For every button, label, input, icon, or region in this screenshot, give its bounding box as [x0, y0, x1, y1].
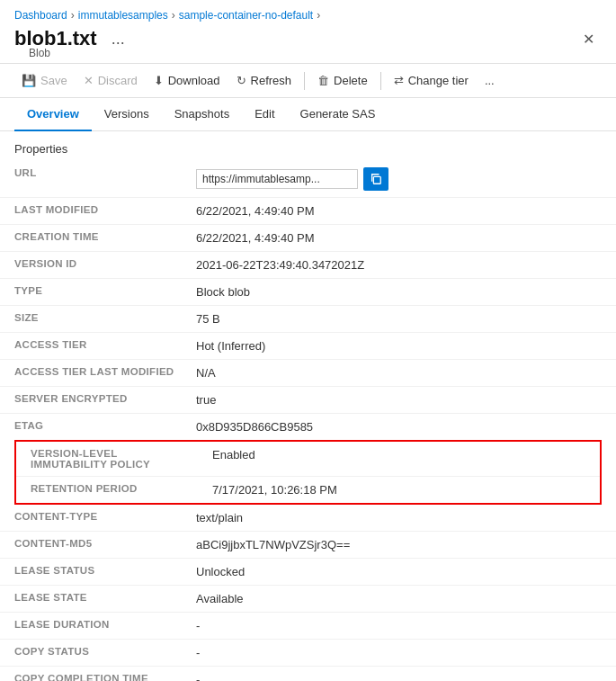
prop-row-copy-completion-time: COPY COMPLETION TIME - [0, 667, 616, 681]
prop-key-lease-duration: LEASE DURATION [0, 613, 189, 639]
prop-key-copy-completion-time: COPY COMPLETION TIME [0, 667, 189, 681]
download-icon: ⬇ [154, 74, 164, 87]
prop-val-lease-status: Unlocked [189, 559, 616, 585]
prop-row-url: URL [0, 161, 616, 198]
prop-val-access-tier: Hot (Inferred) [189, 333, 616, 359]
breadcrumb-immutablesamples[interactable]: immutablesamples [78, 9, 168, 22]
prop-key-content-md5: CONTENT-MD5 [0, 532, 189, 558]
breadcrumb: Dashboard › immutablesamples › sample-co… [0, 0, 616, 27]
prop-key-url: URL [0, 161, 189, 197]
prop-key-version-id: VERSION ID [0, 252, 189, 278]
prop-row-lease-status: LEASE STATUS Unlocked [0, 559, 616, 586]
prop-key-type: TYPE [0, 279, 189, 305]
prop-row-etag: ETAG 0x8D935D866CB9585 [0, 414, 616, 440]
prop-val-content-md5: aBCi9jjbxTL7NWpVZSjr3Q== [189, 532, 616, 558]
discard-button[interactable]: ✕ Discard [76, 69, 145, 92]
prop-key-server-encrypted: SERVER ENCRYPTED [0, 387, 189, 413]
delete-icon: 🗑 [317, 74, 329, 87]
prop-row-access-tier: ACCESS TIER Hot (Inferred) [0, 333, 616, 360]
prop-val-size: 75 B [189, 306, 616, 332]
prop-row-version-id: VERSION ID 2021-06-22T23:49:40.3472021Z [0, 252, 616, 279]
prop-row-content-md5: CONTENT-MD5 aBCi9jjbxTL7NWpVZSjr3Q== [0, 532, 616, 559]
tab-versions[interactable]: Versions [92, 98, 162, 131]
prop-val-content-type: text/plain [189, 505, 616, 531]
prop-val-retention-period: 7/17/2021, 10:26:18 PM [205, 477, 600, 503]
prop-row-copy-status: COPY STATUS - [0, 640, 616, 667]
prop-val-url [189, 161, 616, 197]
prop-key-copy-status: COPY STATUS [0, 640, 189, 666]
close-button[interactable]: ✕ [576, 27, 602, 51]
refresh-icon: ↻ [237, 74, 246, 87]
delete-button[interactable]: 🗑 Delete [310, 69, 375, 92]
prop-row-type: TYPE Block blob [0, 279, 616, 306]
tab-overview[interactable]: Overview [14, 98, 92, 131]
prop-key-etag: ETAG [0, 414, 189, 440]
title-ellipsis-button[interactable]: ... [106, 28, 130, 50]
url-input[interactable] [196, 169, 358, 189]
prop-key-last-modified: LAST MODIFIED [0, 198, 189, 224]
change-tier-icon: ⇄ [394, 74, 404, 87]
prop-row-server-encrypted: SERVER ENCRYPTED true [0, 387, 616, 414]
properties-label: Properties [0, 131, 616, 161]
discard-icon: ✕ [84, 74, 94, 87]
prop-val-server-encrypted: true [189, 387, 616, 413]
immutability-policy-section: VERSION-LEVEL IMMUTABILITY POLICY Enable… [14, 440, 602, 505]
prop-row-retention-period: RETENTION PERIOD 7/17/2021, 10:26:18 PM [16, 477, 600, 503]
prop-key-lease-state: LEASE STATE [0, 586, 189, 612]
prop-row-access-tier-last-modified: ACCESS TIER LAST MODIFIED N/A [0, 360, 616, 387]
breadcrumb-dashboard[interactable]: Dashboard [14, 9, 67, 22]
prop-val-type: Block blob [189, 279, 616, 305]
prop-key-access-tier: ACCESS TIER [0, 333, 189, 359]
toolbar: 💾 Save ✕ Discard ⬇ Download ↻ Refresh 🗑 … [0, 63, 616, 98]
prop-val-lease-state: Available [189, 586, 616, 612]
toolbar-separator-2 [380, 72, 381, 90]
copy-icon [370, 173, 382, 185]
prop-val-access-tier-last-modified: N/A [189, 360, 616, 386]
tab-generate-sas[interactable]: Generate SAS [288, 98, 388, 131]
prop-row-last-modified: LAST MODIFIED 6/22/2021, 4:49:40 PM [0, 198, 616, 225]
breadcrumb-container[interactable]: sample-container-no-default [179, 9, 313, 22]
save-icon: 💾 [22, 74, 36, 87]
prop-val-lease-duration: - [189, 613, 616, 639]
tab-edit[interactable]: Edit [242, 98, 287, 131]
prop-val-copy-status: - [189, 640, 616, 666]
prop-key-retention-period: RETENTION PERIOD [16, 477, 205, 503]
prop-key-size: SIZE [0, 306, 189, 332]
prop-row-lease-state: LEASE STATE Available [0, 586, 616, 613]
prop-key-creation-time: CREATION TIME [0, 225, 189, 251]
tabs-bar: Overview Versions Snapshots Edit Generat… [0, 98, 616, 131]
change-tier-button[interactable]: ⇄ Change tier [387, 69, 476, 92]
prop-key-lease-status: LEASE STATUS [0, 559, 189, 585]
download-button[interactable]: ⬇ Download [147, 69, 228, 92]
prop-val-etag: 0x8D935D866CB9585 [189, 414, 616, 440]
url-copy-button[interactable] [363, 167, 388, 191]
prop-val-version-id: 2021-06-22T23:49:40.3472021Z [189, 252, 616, 278]
svg-rect-0 [373, 176, 380, 184]
refresh-button[interactable]: ↻ Refresh [229, 69, 299, 92]
prop-key-content-type: CONTENT-TYPE [0, 505, 189, 531]
page-title: blob1.txt [14, 27, 97, 50]
prop-row-size: SIZE 75 B [0, 306, 616, 333]
toolbar-separator [304, 72, 305, 90]
tab-snapshots[interactable]: Snapshots [162, 98, 242, 131]
prop-val-last-modified: 6/22/2021, 4:49:40 PM [189, 198, 616, 224]
save-button[interactable]: 💾 Save [14, 69, 75, 92]
prop-key-access-tier-last-modified: ACCESS TIER LAST MODIFIED [0, 360, 189, 386]
prop-row-lease-duration: LEASE DURATION - [0, 613, 616, 640]
prop-val-creation-time: 6/22/2021, 4:49:40 PM [189, 225, 616, 251]
prop-val-immutability-policy: Enabled [205, 442, 600, 476]
prop-row-content-type: CONTENT-TYPE text/plain [0, 505, 616, 532]
prop-val-copy-completion-time: - [189, 667, 616, 681]
properties-table: URL LAST MODIFIED 6/22/2021, 4:49:40 PM … [0, 161, 616, 440]
prop-row-creation-time: CREATION TIME 6/22/2021, 4:49:40 PM [0, 225, 616, 252]
more-button[interactable]: ... [478, 69, 502, 92]
prop-row-immutability-policy: VERSION-LEVEL IMMUTABILITY POLICY Enable… [16, 442, 600, 477]
lower-properties-table: CONTENT-TYPE text/plain CONTENT-MD5 aBCi… [0, 505, 616, 681]
prop-key-immutability-policy: VERSION-LEVEL IMMUTABILITY POLICY [16, 442, 205, 476]
